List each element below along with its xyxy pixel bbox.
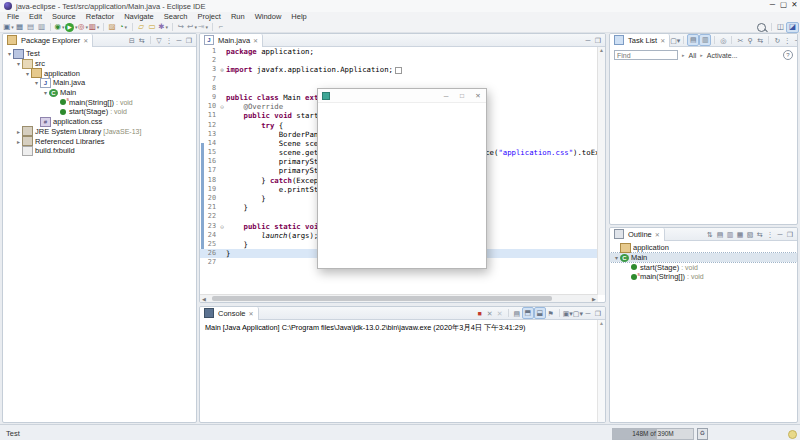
last-edit-location-icon[interactable]: ⌐ [216,22,227,32]
save-icon[interactable]: ▦ [14,22,25,32]
close-icon[interactable]: ✕ [253,37,258,44]
code-line-3[interactable]: 3⊕import javafx.application.Application; [200,65,598,74]
notification-lamp-icon[interactable] [788,430,797,439]
synchronize-icon[interactable]: ↻ [772,34,782,47]
view-menu-icon[interactable]: ⋮ [164,34,174,47]
tree-item-main-java[interactable]: ▾JMain.java [3,78,196,88]
expander-icon[interactable]: ▸ [15,138,22,145]
tree-item-src[interactable]: ▾src [3,59,196,69]
open-console-icon[interactable]: ▢▾ [573,307,583,320]
tab-task-list[interactable]: Task List ✕ [610,34,670,47]
minimize-view-icon[interactable]: ─ [583,307,593,320]
fx-maximize-button[interactable]: □ [454,89,470,102]
scheduled-icon[interactable]: ▥ [699,34,711,46]
scroll-left-icon[interactable]: ◀ [200,296,208,302]
fx-close-button[interactable]: ✕ [470,89,486,102]
scrollbar-thumb[interactable] [212,296,552,301]
minimize-view-icon[interactable]: ─ [792,34,798,47]
close-icon[interactable]: ✕ [660,37,665,44]
hide-fields-icon[interactable]: ▤ [715,228,725,241]
terminate-icon[interactable]: ■ [475,307,485,320]
run-external-icon[interactable]: ◎▾ [78,22,89,32]
tree-item-main[interactable]: ▾CMain [610,253,797,263]
tree-item-main[interactable]: ▾CMain [3,88,196,98]
fold-toggle-icon[interactable]: ⊖ [218,222,226,231]
pin-console-icon[interactable]: ⚑ [546,307,556,320]
hide-completed-icon[interactable]: ✂ [735,34,745,47]
close-icon[interactable]: ✕ [249,310,254,317]
remove-launch-icon[interactable]: ✕ [485,307,495,320]
editor-horizontal-scrollbar[interactable]: ◀ ▶ [200,294,598,302]
word-wrap-icon[interactable]: ⬓ [534,307,546,319]
tree-item-main-string-[interactable]: main(String[]): void [3,97,196,107]
hide-local-icon[interactable]: ▧ [745,228,755,241]
menu-item-edit[interactable]: Edit [24,12,47,22]
activate-link[interactable]: Activate... [707,52,738,59]
tab-console[interactable]: Console ✕ [200,307,259,320]
menu-item-source[interactable]: Source [47,12,81,22]
expander-icon[interactable]: ▾ [24,70,31,77]
collapse-all-icon[interactable]: ⊟ [127,34,137,47]
minimize-view-icon[interactable]: ─ [174,34,184,47]
next-edit-icon[interactable]: ↪ [176,22,187,32]
close-icon[interactable]: ✕ [655,231,660,238]
expander-icon[interactable]: ▾ [42,89,49,96]
search-icon[interactable] [757,22,768,32]
maximize-view-icon[interactable]: ❐ [184,34,194,47]
filters-icon[interactable]: ▽ [154,34,164,47]
expander-icon[interactable]: ▸ [15,128,22,135]
editor-vertical-scrollbar[interactable]: ▲ [597,47,605,295]
menu-item-navigate[interactable]: Navigate [119,12,159,22]
view-menu-icon[interactable]: ⋮ [782,34,792,47]
expander-icon[interactable]: ▾ [33,79,40,86]
maximize-view-icon[interactable]: ❐ [785,228,795,241]
tab-package-explorer[interactable]: Package Explorer ✕ [3,34,93,47]
focus-workweek-icon[interactable]: ◎ [718,34,728,47]
tree-item-test[interactable]: ▾Test [3,49,196,59]
garbage-collect-icon[interactable]: ♻ [697,428,708,440]
annotation-icon[interactable]: ✱▾ [158,22,169,32]
tree-item-main-string-[interactable]: main(String[]): void [610,272,797,282]
maximize-button[interactable]: ▢ [778,0,789,10]
print-icon[interactable]: ▥ [36,22,47,32]
menu-item-project[interactable]: Project [193,12,226,22]
new-java-project-icon[interactable]: ▨ [107,22,118,32]
coverage-icon[interactable]: ▥▾ [89,22,100,32]
new-wizard-icon[interactable]: ▣▾ [3,22,14,32]
minimize-view-icon[interactable]: ─ [583,34,593,47]
hide-static-icon[interactable]: ▥ [725,228,735,241]
save-all-icon[interactable]: ▤ [25,22,36,32]
collapsed-import-icon[interactable] [395,67,402,74]
tab-main-java[interactable]: J Main.java ✕ [200,34,263,47]
close-button[interactable]: ✕ [789,0,800,10]
javafx-window-titlebar[interactable]: ─□✕ [318,89,486,103]
scroll-right-icon[interactable]: ▶ [590,296,598,302]
maximize-view-icon[interactable]: ❐ [593,34,603,47]
tree-item-build-fxbuild[interactable]: build.fxbuild [3,146,196,156]
expander-icon[interactable]: ▾ [6,50,13,57]
close-icon[interactable]: ✕ [83,37,88,44]
tree-item-application-css[interactable]: #application.css [3,117,196,127]
menu-item-help[interactable]: Help [286,12,311,22]
scroll-up-icon[interactable]: ▲ [598,47,605,53]
tree-item-application[interactable]: ▾application [3,68,196,78]
fx-minimize-button[interactable]: ─ [438,89,454,102]
categorized-icon[interactable]: ▤ [687,34,699,46]
open-file-icon[interactable]: ▭ [147,22,158,32]
fold-toggle-icon[interactable]: ⊕ [218,65,226,74]
link-outline-icon[interactable]: ⇆ [755,228,765,241]
menu-item-refactor[interactable]: Refactor [81,12,119,22]
open-folder-icon[interactable]: ▱ [136,22,147,32]
run-icon[interactable]: ▶▾ [65,22,78,32]
code-line-1[interactable]: 1package application; [200,47,598,56]
hide-nonpublic-icon[interactable]: ▦ [735,228,745,241]
remove-all-launches-icon[interactable]: ✕ [495,307,505,320]
javafx-app-window[interactable]: ─□✕ [317,88,487,269]
forward-icon[interactable]: ⇥▾ [198,22,209,32]
back-icon[interactable]: ↩▾ [187,22,198,32]
java-perspective-button[interactable]: ◪ [786,22,799,33]
menu-item-run[interactable]: Run [226,12,250,22]
menu-item-window[interactable]: Window [250,12,287,22]
minimize-view-icon[interactable]: ─ [775,228,785,241]
new-class-icon[interactable]: ◔▾ [118,22,129,32]
